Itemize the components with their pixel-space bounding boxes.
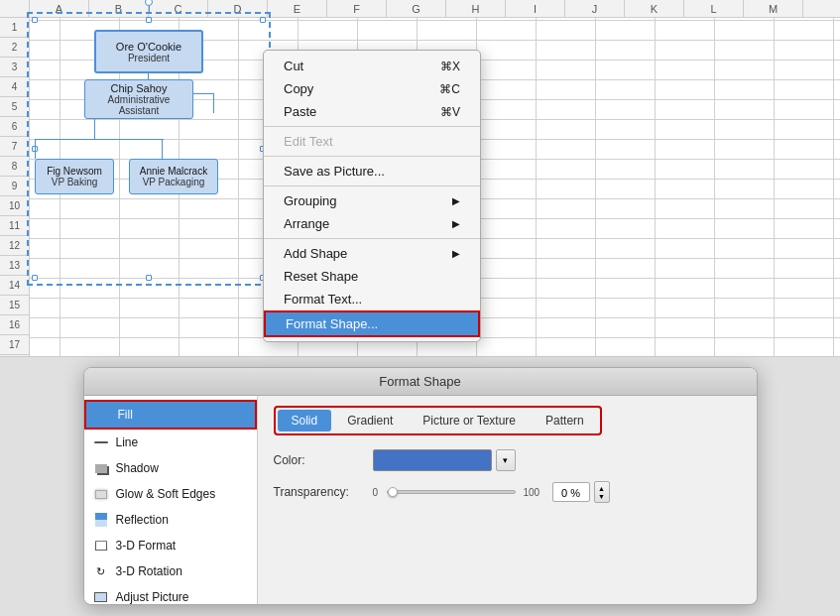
glow-icon — [92, 485, 110, 503]
vp-packaging-title: VP Packaging — [143, 177, 205, 187]
connector-v4 — [213, 93, 214, 113]
menu-item-cut[interactable]: Cut ⌘X — [264, 55, 480, 77]
sidebar-glow-label: Glow & Soft Edges — [116, 487, 216, 501]
org-node-president[interactable]: Ore O'Cookie President — [94, 30, 203, 73]
connector-admin-vr — [162, 139, 163, 159]
menu-paste-label: Paste — [284, 104, 316, 119]
color-dropdown-button[interactable]: ▾ — [496, 449, 516, 471]
tab-gradient[interactable]: Gradient — [333, 410, 407, 431]
sidebar-item-3d-format[interactable]: 3-D Format — [84, 533, 257, 558]
format-shape-dialog: Format Shape Fill Line — [83, 367, 758, 605]
sidebar-fill-label: Fill — [118, 408, 133, 422]
menu-separator-4 — [264, 238, 480, 239]
handle-bl[interactable] — [32, 275, 38, 281]
sidebar-reflection-label: Reflection — [116, 513, 169, 527]
menu-item-reset-shape[interactable]: Reset Shape — [264, 265, 480, 288]
sidebar-shadow-label: Shadow — [116, 461, 159, 475]
menu-reset-shape-label: Reset Shape — [284, 269, 358, 284]
bottom-section: Format Shape Fill Line — [0, 357, 840, 616]
menu-paste-shortcut: ⌘V — [440, 105, 460, 119]
sidebar-item-fill[interactable]: Fill — [84, 400, 257, 430]
color-row: Color: ▾ — [274, 449, 741, 471]
menu-separator-2 — [264, 156, 480, 157]
transparency-row: Transparency: 0 100 0 % ▲ ▼ — [274, 481, 741, 503]
sidebar-item-line[interactable]: Line — [84, 430, 257, 455]
menu-edit-text-label: Edit Text — [284, 134, 333, 149]
org-node-admin[interactable]: Chip Sahoy Administrative Assistant — [84, 79, 193, 119]
row-headers: 1 2 3 4 5 6 7 8 9 10 11 12 13 14 15 16 1… — [0, 18, 30, 356]
stepper-up-icon: ▲ — [598, 485, 605, 492]
vp-baking-name: Fig Newsom — [47, 166, 102, 177]
menu-item-arrange[interactable]: Arrange ▶ — [264, 212, 480, 235]
menu-format-text-label: Format Text... — [284, 292, 362, 307]
menu-save-as-picture-label: Save as Picture... — [284, 164, 385, 179]
reflection-icon — [92, 511, 110, 529]
org-node-vp-baking[interactable]: Fig Newsom VP Baking — [35, 159, 114, 194]
org-chart: Ore O'Cookie President Chip Sahoy Admini… — [35, 20, 263, 278]
3d-format-icon — [92, 537, 110, 554]
menu-item-format-text[interactable]: Format Text... — [264, 288, 480, 310]
menu-item-add-shape[interactable]: Add Shape ▶ — [264, 242, 480, 265]
menu-grouping-arrow: ▶ — [452, 195, 460, 206]
transparency-stepper[interactable]: ▲ ▼ — [594, 481, 610, 503]
menu-arrange-label: Arrange — [284, 216, 329, 231]
line-icon — [92, 433, 110, 451]
rotation-connector — [149, 6, 150, 12]
menu-separator-3 — [264, 185, 480, 186]
sidebar-3d-format-label: 3-D Format — [116, 539, 177, 553]
vp-baking-title: VP Baking — [52, 177, 98, 187]
menu-item-grouping[interactable]: Grouping ▶ — [264, 189, 480, 212]
admin-title2: Assistant — [119, 105, 160, 116]
connector-admin-h1 — [35, 139, 164, 140]
sidebar-item-shadow[interactable]: Shadow — [84, 455, 257, 481]
menu-item-save-as-picture[interactable]: Save as Picture... — [264, 160, 480, 183]
menu-arrange-arrow: ▶ — [452, 218, 460, 229]
sidebar-item-reflection[interactable]: Reflection — [84, 507, 257, 533]
transparency-label: Transparency: — [274, 485, 373, 499]
shadow-icon — [92, 459, 110, 477]
picture-icon — [92, 588, 110, 605]
sidebar-item-glow[interactable]: Glow & Soft Edges — [84, 481, 257, 507]
tab-solid[interactable]: Solid — [278, 410, 332, 431]
transparency-slider-track[interactable] — [387, 490, 516, 494]
sidebar-adjust-picture-label: Adjust Picture — [116, 590, 189, 604]
menu-item-copy[interactable]: Copy ⌘C — [264, 77, 480, 100]
context-menu: Cut ⌘X Copy ⌘C Paste ⌘V Edit Text Save a… — [263, 50, 481, 342]
admin-name: Chip Sahoy — [111, 82, 168, 94]
3d-rotation-icon: ↻ — [92, 562, 110, 580]
handle-tl[interactable] — [32, 17, 38, 23]
menu-add-shape-label: Add Shape — [284, 246, 347, 261]
dialog-body: Fill Line Shadow — [84, 396, 757, 604]
fill-icon — [94, 406, 112, 424]
menu-item-paste[interactable]: Paste ⌘V — [264, 100, 480, 123]
admin-title: Administrative — [108, 94, 171, 105]
tab-picture-texture[interactable]: Picture or Texture — [409, 410, 530, 431]
handle-tm[interactable] — [146, 17, 152, 23]
sidebar-item-3d-rotation[interactable]: ↻ 3-D Rotation — [84, 558, 257, 584]
menu-add-shape-arrow: ▶ — [452, 248, 460, 259]
dialog-sidebar: Fill Line Shadow — [84, 396, 258, 604]
sidebar-item-adjust-picture[interactable]: Adjust Picture — [84, 584, 257, 605]
menu-item-edit-text: Edit Text — [264, 130, 480, 153]
menu-format-shape-label: Format Shape... — [286, 316, 378, 331]
sidebar-line-label: Line — [116, 435, 139, 449]
color-swatch[interactable] — [373, 449, 492, 471]
menu-cut-label: Cut — [284, 59, 303, 73]
fill-tab-row: Solid Gradient Picture or Texture Patter… — [274, 406, 602, 435]
menu-cut-shortcut: ⌘X — [440, 60, 460, 73]
org-node-vp-packaging[interactable]: Annie Malcrack VP Packaging — [129, 159, 218, 194]
menu-separator-1 — [264, 126, 480, 127]
president-name: Ore O'Cookie — [116, 41, 181, 53]
menu-grouping-label: Grouping — [284, 193, 336, 208]
handle-tr[interactable] — [260, 17, 266, 23]
menu-copy-label: Copy — [284, 81, 313, 96]
menu-item-format-shape[interactable]: Format Shape... — [264, 310, 480, 337]
handle-bm[interactable] — [146, 275, 152, 281]
spreadsheet-area: A B C D E F G H I J K L M 1 2 3 4 5 6 7 … — [0, 0, 840, 357]
color-label: Color: — [274, 453, 373, 467]
president-title: President — [128, 53, 170, 63]
transparency-value-box[interactable]: 0 % — [552, 482, 590, 502]
tab-pattern[interactable]: Pattern — [532, 410, 598, 431]
sidebar-3d-rotation-label: 3-D Rotation — [116, 564, 182, 578]
transparency-slider-thumb[interactable] — [388, 487, 398, 497]
